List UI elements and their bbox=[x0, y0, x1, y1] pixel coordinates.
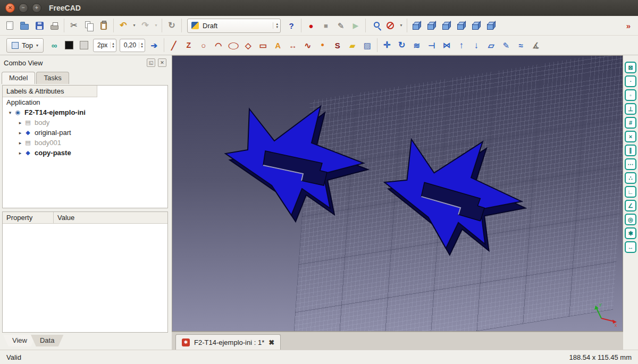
panel-float-button[interactable]: ◱ bbox=[147, 58, 155, 67]
draft-bspline-button[interactable]: ∿ bbox=[300, 38, 315, 53]
view-front-button[interactable] bbox=[424, 18, 439, 33]
snap-lock-button[interactable]: ⊠ bbox=[625, 62, 636, 73]
snap-center-button[interactable]: ◎ bbox=[625, 214, 636, 225]
workbench-selector[interactable]: Draft ▴ ▾ bbox=[187, 19, 281, 33]
tree-expander[interactable]: ▸ bbox=[16, 120, 24, 125]
tree-item-copy-paste[interactable]: ▸ ◆ copy-paste bbox=[3, 148, 167, 158]
star-object-copy[interactable] bbox=[380, 135, 530, 260]
draft-trimex-button[interactable]: ⊣ bbox=[424, 38, 439, 53]
draft-hatch-button[interactable]: ▨ bbox=[360, 38, 375, 53]
snap-intersection-button[interactable]: × bbox=[625, 131, 636, 142]
draft-polyline-button[interactable]: Z bbox=[181, 38, 196, 53]
draft-point-button[interactable]: • bbox=[315, 38, 330, 53]
snap-dimensions-button[interactable]: ↔ bbox=[625, 241, 636, 253]
snap-midpoint-button[interactable]: ◦ bbox=[625, 89, 636, 101]
draft-edit-button[interactable]: ✎ bbox=[499, 38, 514, 53]
draft-shapestring-button[interactable]: S bbox=[330, 38, 345, 53]
tree-expander[interactable]: ▸ bbox=[16, 130, 24, 136]
draft-text-button[interactable]: A bbox=[271, 38, 286, 53]
toolbar-extension-button[interactable]: » bbox=[621, 18, 636, 33]
view-axonometric-button[interactable] bbox=[409, 18, 424, 33]
working-plane-button[interactable]: Top ▾ bbox=[6, 38, 44, 53]
draft-upgrade-button[interactable]: ↑ bbox=[454, 38, 469, 53]
refresh-button[interactable]: ↻ bbox=[164, 18, 179, 33]
save-button[interactable] bbox=[32, 18, 47, 33]
draft-ellipse-button[interactable]: ◯ bbox=[226, 38, 241, 53]
redo-dropdown-arrow[interactable]: ▾ bbox=[153, 18, 160, 33]
snap-extension-button[interactable]: ⋯ bbox=[625, 158, 636, 170]
clipping-dropdown-arrow[interactable]: ▾ bbox=[398, 18, 405, 33]
tree-expander[interactable]: ▾ bbox=[6, 110, 14, 115]
tab-tasks[interactable]: Tasks bbox=[36, 72, 69, 84]
macro-play-button[interactable]: ▶ bbox=[348, 18, 363, 33]
draft-line-button[interactable]: ╱ bbox=[166, 38, 181, 53]
clipping-plane-button[interactable] bbox=[383, 18, 398, 33]
cut-button[interactable]: ✂ bbox=[66, 18, 81, 33]
draft-slope-button[interactable]: ∡ bbox=[528, 38, 543, 53]
face-color-swatch[interactable] bbox=[77, 38, 91, 53]
tree-expander[interactable]: ▸ bbox=[16, 140, 24, 146]
tree-item-application[interactable]: Application bbox=[3, 97, 167, 107]
property-column-header[interactable]: Property bbox=[3, 212, 54, 223]
combo-arrows-icon[interactable]: ▴ ▾ bbox=[273, 22, 278, 29]
macro-edit-button[interactable]: ✎ bbox=[333, 18, 348, 33]
spin-arrows-icon[interactable]: ▴ ▾ bbox=[110, 42, 116, 48]
draft-move-button[interactable]: ✛ bbox=[380, 38, 394, 53]
print-button[interactable] bbox=[47, 18, 62, 33]
view-right-button[interactable] bbox=[454, 18, 469, 33]
snap-ortho-button[interactable]: ∟ bbox=[625, 186, 636, 198]
snap-near-button[interactable]: ∴ bbox=[625, 172, 636, 184]
tree-item-body001[interactable]: ▸ ▤ body001 bbox=[3, 138, 167, 148]
draft-rectangle-button[interactable]: ▭ bbox=[256, 38, 271, 53]
toggle-continue-mode-button[interactable]: ∞ bbox=[47, 38, 62, 53]
spin-arrows-icon[interactable]: ▴ ▾ bbox=[139, 42, 145, 48]
redo-button[interactable]: ↷ bbox=[138, 18, 153, 33]
draft-rotate-button[interactable]: ↻ bbox=[394, 38, 409, 53]
snap-parallel-button[interactable]: ∥ bbox=[625, 145, 636, 156]
tree-item-body[interactable]: ▸ ▤ body bbox=[3, 117, 167, 128]
draft-circle-button[interactable]: ○ bbox=[196, 38, 211, 53]
undo-button[interactable]: ↶ bbox=[116, 18, 131, 33]
tab-data[interactable]: Data bbox=[31, 335, 63, 346]
tab-model[interactable]: Model bbox=[2, 72, 35, 84]
star-object-original[interactable] bbox=[225, 106, 368, 222]
tree-item-original-part[interactable]: ▸ ◆ original-part bbox=[3, 128, 167, 138]
autogroup-button[interactable]: ➔ bbox=[147, 38, 162, 53]
3d-viewport[interactable]: Y x bbox=[172, 55, 623, 332]
fit-all-button[interactable] bbox=[368, 18, 383, 33]
tab-view[interactable]: View bbox=[3, 335, 36, 346]
draft-polygon-button[interactable]: ◇ bbox=[241, 38, 256, 53]
panel-close-button[interactable]: ✕ bbox=[158, 58, 166, 67]
new-file-button[interactable] bbox=[2, 18, 17, 33]
paste-button[interactable] bbox=[96, 18, 111, 33]
text-scale-spinbox[interactable]: 0,20 ▴ ▾ bbox=[120, 39, 145, 52]
undo-dropdown-arrow[interactable]: ▾ bbox=[131, 18, 138, 33]
view-top-button[interactable] bbox=[439, 18, 454, 33]
draft-scale-button[interactable]: ▱ bbox=[484, 38, 499, 53]
draft-join-button[interactable]: ⋈ bbox=[439, 38, 454, 53]
line-width-spinbox[interactable]: 2px ▴ ▾ bbox=[93, 39, 116, 52]
copy-button[interactable] bbox=[81, 18, 96, 33]
snap-endpoint-button[interactable]: ∙ bbox=[625, 75, 636, 87]
open-file-button[interactable] bbox=[17, 18, 32, 33]
view-rear-button[interactable] bbox=[469, 18, 484, 33]
snap-special-button[interactable]: ✱ bbox=[625, 227, 636, 239]
window-close-button[interactable]: ✕ bbox=[5, 3, 15, 13]
draft-facebinder-button[interactable]: ▰ bbox=[345, 38, 360, 53]
view-bottom-button[interactable] bbox=[484, 18, 499, 33]
document-tab[interactable]: ✱ F2-T14-ejemplo-ini : 1* ✖ bbox=[175, 334, 281, 350]
window-maximize-button[interactable]: + bbox=[32, 3, 41, 13]
line-color-swatch[interactable] bbox=[62, 38, 77, 53]
draft-dimension-button[interactable]: ↔ bbox=[286, 38, 300, 53]
snap-perpendicular-button[interactable]: ⊥ bbox=[625, 103, 636, 115]
value-column-header[interactable]: Value bbox=[54, 212, 167, 223]
tree-column-header[interactable]: Labels & Attributes bbox=[3, 86, 97, 97]
document-tab-close-icon[interactable]: ✖ bbox=[268, 338, 274, 346]
tree-item-document[interactable]: ▾ ◉ F2-T14-ejemplo-ini bbox=[3, 107, 167, 117]
macro-record-button[interactable]: ● bbox=[304, 18, 318, 33]
whats-this-button[interactable]: ? bbox=[284, 18, 299, 33]
macro-stop-button[interactable]: ■ bbox=[318, 18, 333, 33]
draft-downgrade-button[interactable]: ↓ bbox=[469, 38, 484, 53]
draft-offset-button[interactable]: ≋ bbox=[409, 38, 424, 53]
snap-grid-button[interactable]: # bbox=[625, 117, 636, 129]
